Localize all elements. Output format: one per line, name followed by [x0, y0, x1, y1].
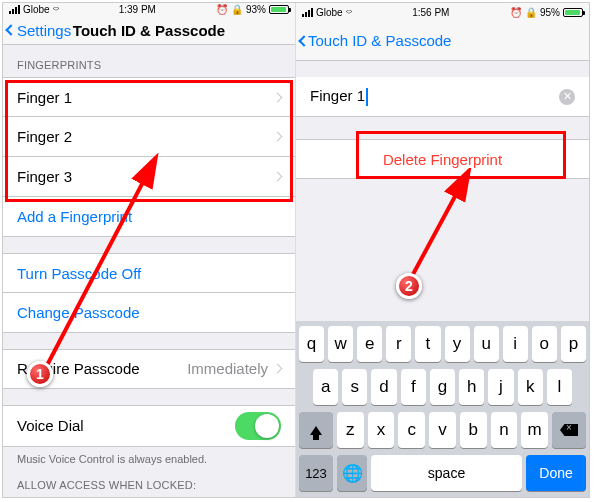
fingerprint-name-value: Finger 1	[310, 87, 365, 104]
voice-dial-label: Voice Dial	[17, 417, 84, 434]
space-key[interactable]: space	[371, 455, 522, 491]
key-p[interactable]: p	[561, 326, 586, 362]
key-j[interactable]: j	[488, 369, 513, 405]
status-bar: Globe ⌔ 1:39 PM ⏰ 🔒 93%	[3, 3, 295, 16]
voice-dial-row: Voice Dial	[3, 405, 295, 447]
alarm-icon: ⏰	[216, 4, 228, 15]
signal-icon	[9, 5, 20, 14]
key-o[interactable]: o	[532, 326, 557, 362]
key-w[interactable]: w	[328, 326, 353, 362]
chevron-right-icon	[273, 172, 283, 182]
clear-icon[interactable]: ✕	[559, 89, 575, 105]
carrier-label: Globe	[23, 4, 50, 15]
key-v[interactable]: v	[429, 412, 456, 448]
key-r[interactable]: r	[386, 326, 411, 362]
back-button[interactable]: Touch ID & Passcode	[296, 32, 451, 49]
key-m[interactable]: m	[521, 412, 548, 448]
key-a[interactable]: a	[313, 369, 338, 405]
shift-key[interactable]	[299, 412, 333, 448]
key-y[interactable]: y	[445, 326, 470, 362]
done-key[interactable]: Done	[526, 455, 586, 491]
battery-percent: 93%	[246, 4, 266, 15]
key-t[interactable]: t	[415, 326, 440, 362]
key-c[interactable]: c	[398, 412, 425, 448]
status-bar: Globe ⌔ 1:56 PM ⏰ 🔒 95%	[296, 3, 589, 21]
rotation-lock-icon: 🔒	[525, 7, 537, 18]
back-label: Touch ID & Passcode	[308, 32, 451, 49]
clock: 1:39 PM	[119, 4, 156, 15]
key-l[interactable]: l	[547, 369, 572, 405]
keyboard: qwertyuiop asdfghjkl zxcvbnm 123 🌐 space…	[296, 321, 589, 497]
fingerprint-row[interactable]: Finger 2	[3, 117, 295, 157]
add-fingerprint-button[interactable]: Add a Fingerprint	[3, 197, 295, 237]
key-n[interactable]: n	[491, 412, 518, 448]
shift-icon	[310, 426, 322, 435]
key-x[interactable]: x	[368, 412, 395, 448]
key-z[interactable]: z	[337, 412, 364, 448]
chevron-right-icon	[273, 364, 283, 374]
require-passcode-value: Immediately	[187, 360, 268, 377]
fingerprints-header: FINGERPRINTS	[3, 45, 295, 77]
turn-passcode-off-button[interactable]: Turn Passcode Off	[3, 253, 295, 293]
alarm-icon: ⏰	[510, 7, 522, 18]
globe-icon: 🌐	[342, 463, 363, 484]
key-f[interactable]: f	[401, 369, 426, 405]
wifi-icon: ⌔	[53, 4, 59, 15]
chevron-left-icon	[5, 24, 16, 35]
globe-key[interactable]: 🌐	[337, 455, 367, 491]
battery-percent: 95%	[540, 7, 560, 18]
key-k[interactable]: k	[518, 369, 543, 405]
key-u[interactable]: u	[474, 326, 499, 362]
voice-dial-toggle[interactable]	[235, 412, 281, 440]
chevron-right-icon	[273, 132, 283, 142]
backspace-key[interactable]	[552, 412, 586, 448]
fingerprint-row[interactable]: Finger 3	[3, 157, 295, 197]
phone-right: Globe ⌔ 1:56 PM ⏰ 🔒 95% Touch ID & Passc…	[296, 3, 589, 497]
change-passcode-button[interactable]: Change Passcode	[3, 293, 295, 333]
carrier-label: Globe	[316, 7, 343, 18]
text-cursor	[366, 88, 368, 106]
key-h[interactable]: h	[459, 369, 484, 405]
svg-line-1	[411, 176, 466, 278]
back-label: Settings	[17, 22, 71, 39]
voice-dial-note: Music Voice Control is always enabled.	[3, 447, 295, 465]
key-d[interactable]: d	[371, 369, 396, 405]
allow-access-header: ALLOW ACCESS WHEN LOCKED:	[3, 465, 295, 497]
key-g[interactable]: g	[430, 369, 455, 405]
fingerprint-row[interactable]: Finger 1	[3, 77, 295, 117]
key-i[interactable]: i	[503, 326, 528, 362]
backspace-icon	[560, 424, 578, 436]
annotation-arrow-2	[406, 168, 486, 288]
rotation-lock-icon: 🔒	[231, 4, 243, 15]
numbers-key[interactable]: 123	[299, 455, 333, 491]
back-button[interactable]: Settings	[3, 22, 71, 39]
nav-bar: Touch ID & Passcode	[296, 21, 589, 61]
key-e[interactable]: e	[357, 326, 382, 362]
phone-left: Globe ⌔ 1:39 PM ⏰ 🔒 93% Settings Touch I…	[3, 3, 296, 497]
delete-fingerprint-button[interactable]: Delete Fingerprint	[296, 139, 589, 179]
wifi-icon: ⌔	[346, 7, 352, 18]
fingerprint-name-input[interactable]: Finger 1 ✕	[296, 77, 589, 117]
step-badge-2: 2	[396, 273, 422, 299]
chevron-right-icon	[273, 92, 283, 102]
clock: 1:56 PM	[412, 7, 449, 18]
key-q[interactable]: q	[299, 326, 324, 362]
key-b[interactable]: b	[460, 412, 487, 448]
battery-icon	[563, 8, 583, 17]
battery-icon	[269, 5, 289, 14]
key-s[interactable]: s	[342, 369, 367, 405]
step-badge-1: 1	[27, 361, 53, 387]
signal-icon	[302, 8, 313, 17]
nav-bar: Settings Touch ID & Passcode	[3, 16, 295, 45]
